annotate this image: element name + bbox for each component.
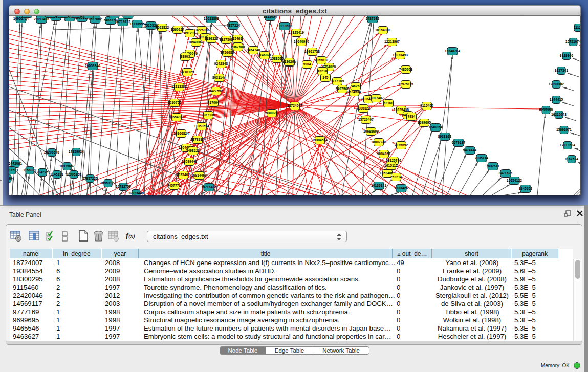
svg-text:8427552: 8427552	[209, 89, 223, 93]
svg-text:9457771: 9457771	[167, 184, 181, 187]
svg-text:1244415: 1244415	[550, 98, 563, 101]
svg-text:11123: 11123	[574, 26, 581, 29]
svg-text:8031144: 8031144	[212, 76, 226, 79]
svg-text:16210643: 16210643	[551, 113, 567, 116]
svg-text:98903: 98903	[181, 55, 190, 58]
svg-text:15692971: 15692971	[556, 128, 572, 132]
svg-text:10688609: 10688609	[363, 129, 379, 133]
svg-text:9474444: 9474444	[463, 148, 477, 152]
svg-text:8454749: 8454749	[247, 48, 260, 52]
svg-text:9242848: 9242848	[214, 62, 228, 65]
svg-text:7485003: 7485003	[399, 68, 413, 71]
svg-text:12213383: 12213383	[171, 85, 187, 89]
svg-text:3267130: 3267130	[202, 113, 215, 117]
svg-text:1145191: 1145191	[50, 172, 63, 176]
svg-text:9777169: 9777169	[331, 79, 344, 83]
svg-text:10975657: 10975657	[59, 164, 75, 168]
svg-text:25300203: 25300203	[264, 111, 279, 115]
svg-text:252214: 252214	[390, 175, 402, 179]
svg-text:9146821: 9146821	[258, 53, 272, 57]
svg-text:7625402: 7625402	[177, 173, 190, 177]
svg-text:1733426: 1733426	[395, 186, 408, 190]
svg-text:18724007: 18724007	[287, 104, 302, 107]
svg-text:746266: 746266	[350, 84, 362, 88]
svg-text:9115460: 9115460	[420, 104, 433, 107]
svg-text:12923448: 12923448	[128, 191, 144, 195]
svg-text:16961758: 16961758	[304, 50, 320, 53]
svg-text:16033809: 16033809	[204, 17, 219, 20]
svg-text:2718129: 2718129	[181, 70, 194, 74]
svg-text:8471626: 8471626	[499, 171, 513, 175]
svg-text:3911591: 3911591	[9, 168, 18, 172]
svg-text:16782759: 16782759	[116, 185, 131, 188]
svg-text:7986322: 7986322	[357, 106, 371, 110]
svg-text:17359924: 17359924	[69, 150, 84, 154]
svg-text:20206576: 20206576	[44, 150, 59, 154]
svg-text:19166824: 19166824	[173, 132, 189, 135]
svg-text:1167534: 1167534	[565, 157, 578, 161]
svg-text:9699695: 9699695	[418, 121, 431, 124]
svg-text:16914469: 16914469	[191, 173, 207, 177]
svg-text:10654122: 10654122	[507, 179, 522, 182]
svg-text:145: 145	[322, 76, 329, 79]
svg-text:8878334: 8878334	[191, 138, 205, 141]
svg-text:8813054: 8813054	[264, 16, 277, 18]
svg-text:16640910: 16640910	[294, 40, 309, 43]
svg-text:10719155: 10719155	[115, 20, 130, 24]
svg-text:16120746: 16120746	[386, 159, 401, 162]
svg-text:9327508: 9327508	[220, 38, 233, 41]
svg-text:16648784: 16648784	[445, 49, 460, 53]
svg-text:7663822: 7663822	[156, 26, 169, 29]
svg-text:9904: 9904	[303, 62, 311, 66]
svg-text:20091406: 20091406	[34, 17, 49, 21]
svg-text:10543362: 10543362	[188, 40, 204, 44]
svg-text:16713555: 16713555	[129, 22, 145, 26]
svg-text:15461: 15461	[233, 37, 243, 40]
svg-text:17957225: 17957225	[82, 177, 98, 180]
svg-text:19218506: 19218506	[277, 24, 292, 28]
svg-text:14136141: 14136141	[371, 184, 386, 187]
svg-text:19654933: 19654933	[169, 115, 184, 119]
svg-text:15716485: 15716485	[201, 185, 216, 189]
svg-text:19384554: 19384554	[312, 138, 328, 142]
svg-text:8660124: 8660124	[171, 28, 185, 31]
svg-text:62160: 62160	[384, 101, 394, 105]
svg-text:11353594: 11353594	[194, 124, 209, 128]
svg-text:5443061: 5443061	[9, 162, 22, 165]
svg-text:12905135: 12905135	[66, 172, 81, 176]
svg-text:10958127: 10958127	[100, 181, 116, 185]
svg-text:12975115: 12975115	[398, 82, 413, 86]
svg-text:15751074: 15751074	[565, 40, 581, 43]
svg-text:417004: 417004	[208, 101, 220, 104]
svg-text:9084067: 9084067	[377, 152, 391, 156]
svg-text:9245652: 9245652	[519, 187, 533, 190]
svg-text:2487682: 2487682	[366, 17, 380, 20]
svg-text:10154808: 10154808	[375, 28, 390, 32]
svg-text:7975692: 7975692	[395, 143, 408, 147]
svg-text:8186328: 8186328	[205, 37, 219, 40]
svg-text:6497568: 6497568	[336, 87, 350, 91]
svg-text:17010504: 17010504	[560, 143, 575, 147]
svg-text:3931594: 3931594	[9, 177, 14, 180]
svg-text:18099449: 18099449	[182, 160, 197, 163]
svg-text:9227341: 9227341	[555, 69, 569, 72]
svg-text:2935114: 2935114	[475, 156, 488, 160]
svg-text:10973493: 10973493	[393, 53, 408, 57]
svg-text:8756685: 8756685	[221, 51, 234, 54]
svg-text:1615112: 1615112	[384, 164, 398, 167]
svg-text:9329966: 9329966	[560, 54, 574, 57]
svg-text:12093382: 12093382	[549, 82, 564, 86]
svg-text:18807249: 18807249	[371, 140, 386, 144]
svg-text:5498222: 5498222	[186, 149, 200, 152]
svg-text:2367608: 2367608	[231, 45, 245, 49]
svg-text:8215958: 8215958	[539, 108, 553, 112]
svg-text:3624534: 3624534	[347, 90, 361, 94]
svg-text:16210: 16210	[318, 69, 328, 73]
svg-text:7955812: 7955812	[315, 58, 329, 62]
svg-text:10025438: 10025438	[394, 108, 409, 112]
svg-text:12213967: 12213967	[384, 40, 400, 43]
svg-text:1588520: 1588520	[270, 57, 284, 60]
svg-text:15720407: 15720407	[358, 118, 374, 121]
svg-text:8938928: 8938928	[438, 135, 452, 138]
svg-text:10807487: 10807487	[368, 96, 384, 100]
